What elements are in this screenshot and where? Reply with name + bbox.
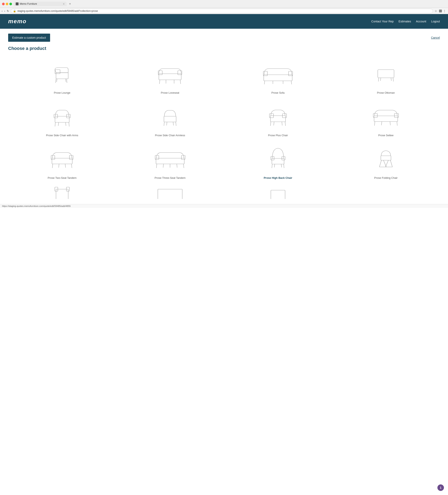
product-image-prose-high-back	[227, 145, 328, 173]
svg-line-30	[58, 122, 59, 126]
extensions-icon[interactable]	[439, 10, 442, 13]
svg-rect-14	[263, 71, 267, 76]
svg-rect-67	[271, 156, 274, 160]
cancel-link[interactable]: Cancel	[431, 36, 440, 39]
menu-icon[interactable]: ⋮	[443, 9, 446, 13]
product-image-prose-sofa	[227, 59, 328, 88]
product-name-prose-ottoman: Prose Ottoman	[377, 91, 395, 94]
product-card-prose-sofa[interactable]: Prose Sofa	[224, 55, 332, 98]
product-name-prose-sofa: Prose Sofa	[271, 91, 284, 94]
product-image-prose-side-armless	[120, 102, 221, 131]
product-card-prose-high-back[interactable]: Prose High Back Chair	[224, 140, 332, 183]
svg-rect-44	[374, 116, 398, 122]
product-image-prose-loveseat	[120, 59, 221, 88]
nav-contact-rep[interactable]: Contact Your Rep	[371, 20, 394, 23]
product-card-prose-ottoman[interactable]: Prose Ottoman	[332, 55, 440, 98]
product-card-extra2[interactable]	[116, 183, 224, 199]
svg-rect-52	[51, 155, 55, 159]
product-card-extra3[interactable]	[224, 183, 332, 199]
svg-rect-66	[272, 158, 284, 164]
product-card-prose-lounge[interactable]: Prose Lounge	[8, 55, 116, 98]
traffic-lights	[2, 3, 12, 5]
svg-line-24	[391, 78, 392, 81]
svg-line-2	[56, 79, 56, 83]
maximize-button[interactable]	[9, 3, 12, 5]
nav-account[interactable]: Account	[416, 20, 426, 23]
product-name-prose-settee: Prose Settee	[378, 134, 393, 137]
svg-line-29	[69, 122, 69, 126]
svg-rect-51	[52, 158, 72, 164]
product-image-extra2	[120, 187, 221, 199]
svg-line-69	[272, 164, 272, 168]
product-name-prose-folding: Prose Folding Chair	[374, 176, 398, 179]
product-card-prose-loveseat[interactable]: Prose Loveseat	[116, 55, 224, 98]
svg-line-28	[55, 122, 56, 126]
svg-line-75	[390, 160, 392, 167]
svg-rect-46	[394, 113, 399, 117]
svg-line-34	[176, 122, 176, 126]
product-image-prose-plus-chair	[227, 102, 328, 131]
svg-line-77	[385, 160, 388, 167]
product-grid: Prose Lounge Prose Loveseat	[8, 55, 440, 199]
product-card-prose-side-armless[interactable]: Prose Side Chair Armless	[116, 98, 224, 140]
svg-rect-53	[70, 155, 73, 159]
svg-rect-45	[373, 113, 377, 117]
nav-estimates[interactable]: Estimates	[399, 20, 411, 23]
svg-rect-59	[155, 155, 159, 159]
toolbar-icons: ☆ ⋮	[434, 9, 446, 13]
product-card-prose-three-seat[interactable]: Prose Three-Seat Tandem	[116, 140, 224, 183]
svg-rect-82	[158, 189, 182, 199]
lock-icon: 🔒	[13, 10, 16, 13]
product-card-prose-settee[interactable]: Prose Settee	[332, 98, 440, 140]
product-card-prose-folding[interactable]: Prose Folding Chair	[332, 140, 440, 183]
estimate-custom-button[interactable]: Estimate a custom product	[8, 34, 50, 42]
product-image-prose-two-seat	[12, 145, 112, 173]
svg-line-4	[56, 79, 57, 82]
svg-rect-73	[381, 156, 391, 160]
product-image-extra4	[336, 187, 436, 193]
header-nav: Contact Your Rep Estimates Account Logou…	[371, 20, 440, 23]
svg-line-65	[177, 164, 177, 168]
svg-line-56	[59, 164, 59, 168]
svg-line-16	[264, 81, 265, 84]
svg-line-31	[66, 122, 66, 126]
forward-button[interactable]: ›	[4, 9, 5, 13]
product-card-extra1[interactable]	[8, 183, 116, 199]
status-bar: https://staging-quotes.memofurniture.com…	[0, 204, 448, 208]
svg-rect-26	[54, 114, 58, 118]
product-image-prose-settee	[336, 102, 436, 131]
svg-line-49	[381, 122, 382, 125]
product-card-prose-plus-chair[interactable]: Prose Plus Chair	[224, 98, 332, 140]
product-card-prose-side-arms[interactable]: Prose Side Chair with Arms	[8, 98, 116, 140]
address-bar-row: ‹ › ↻ 🔒 staging-quotes.memofurniture.com…	[0, 8, 448, 14]
product-name-prose-high-back: Prose High Back Chair	[264, 176, 292, 179]
svg-rect-25	[55, 116, 69, 122]
svg-line-36	[173, 122, 173, 125]
svg-line-57	[65, 164, 66, 168]
minimize-button[interactable]	[6, 3, 8, 5]
product-card-prose-two-seat[interactable]: Prose Two-Seat Tandem	[8, 140, 116, 183]
svg-line-63	[163, 164, 164, 168]
svg-line-40	[270, 122, 271, 126]
svg-line-70	[284, 164, 284, 168]
nav-logout[interactable]: Logout	[431, 20, 440, 23]
svg-rect-20	[378, 70, 394, 78]
product-card-extra4[interactable]	[332, 183, 440, 199]
back-button[interactable]: ‹	[2, 9, 3, 13]
product-name-prose-three-seat: Prose Three-Seat Tandem	[154, 176, 185, 179]
product-name-prose-lounge: Prose Lounge	[54, 91, 70, 94]
svg-line-61	[156, 164, 157, 168]
refresh-button[interactable]: ↻	[7, 9, 9, 13]
new-tab-button[interactable]: +	[69, 2, 71, 6]
svg-line-9	[159, 80, 160, 84]
close-button[interactable]	[2, 3, 5, 5]
address-bar[interactable]: 🔒 staging-quotes.memofurniture.com/quote…	[11, 9, 433, 13]
bookmark-icon[interactable]: ☆	[434, 9, 438, 13]
svg-rect-68	[282, 156, 285, 160]
tab-close-icon[interactable]: ✕	[63, 3, 65, 5]
tab[interactable]: Memo Furniture ✕	[14, 2, 67, 6]
product-image-prose-folding	[336, 145, 436, 173]
svg-line-33	[164, 122, 164, 126]
svg-rect-32	[164, 116, 176, 122]
svg-rect-85	[271, 190, 285, 199]
